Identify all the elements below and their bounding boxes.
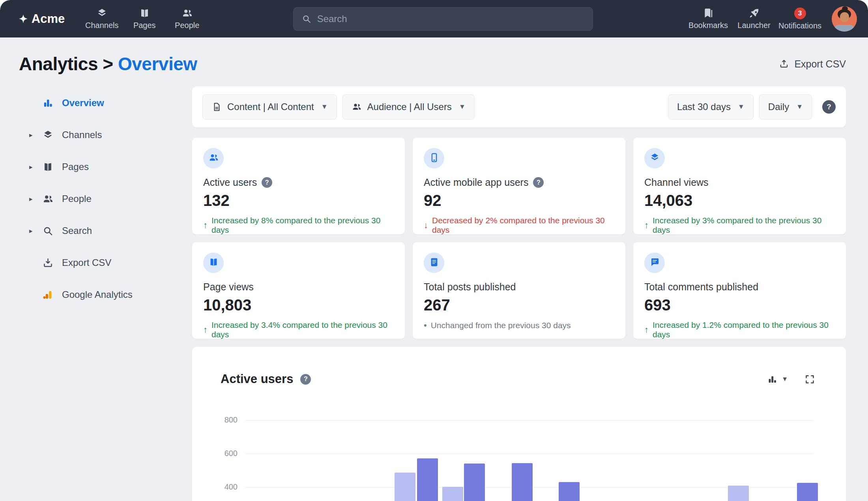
stat-card-total-comments-published: Total comments published693↑Increased by… xyxy=(633,242,846,339)
body-row: Overview▸Channels▸Pages▸People▸SearchExp… xyxy=(0,86,868,501)
sidebar-item-pages[interactable]: ▸Pages xyxy=(29,157,192,176)
chevron-down-icon: ▼ xyxy=(459,103,466,111)
export-csv-button[interactable]: Export CSV xyxy=(779,58,846,70)
stat-delta: ↑Increased by 3% compared to the previou… xyxy=(644,216,835,235)
stat-icon-circle xyxy=(644,148,665,168)
book-icon xyxy=(42,161,56,173)
stat-delta: ↓Decreased by 2% compared to the previou… xyxy=(424,216,614,235)
stat-title-row: Total posts published xyxy=(424,281,614,293)
sidebar-item-people[interactable]: ▸People xyxy=(29,189,192,208)
nav-item-launcher[interactable]: Launcher xyxy=(733,7,775,30)
nav-item-bookmarks[interactable]: Bookmarks xyxy=(687,7,730,30)
filter-bar: Content | All Content ▼ Audience | All U… xyxy=(192,86,846,127)
caret-right-icon[interactable]: ▸ xyxy=(29,163,42,171)
sidebar-item-label: Search xyxy=(62,225,92,236)
sidebar-item-label: Pages xyxy=(62,161,89,172)
post-icon xyxy=(429,257,440,269)
expand-icon xyxy=(804,374,815,385)
caret-right-icon[interactable]: ▸ xyxy=(29,195,42,203)
help-icon[interactable]: ? xyxy=(822,100,836,114)
audience-filter-label: Audience | All Users xyxy=(367,101,452,112)
nav-right-items: BookmarksLauncher3Notifications xyxy=(687,7,821,30)
sidebar-item-search[interactable]: ▸Search xyxy=(29,221,192,240)
stat-title: Active mobile app users xyxy=(424,177,528,188)
caret-right-icon[interactable]: ▸ xyxy=(29,227,42,235)
brand-name: Acme xyxy=(32,12,65,26)
bar-chart-icon xyxy=(767,374,778,385)
caret-right-icon[interactable]: ▸ xyxy=(29,131,42,139)
date-range-dropdown[interactable]: Last 30 days ▼ xyxy=(668,94,754,120)
search-box[interactable] xyxy=(293,7,593,31)
stat-delta: ↑Increased by 1.2% compared to the previ… xyxy=(644,320,835,339)
sidebar-item-google-analytics[interactable]: Google Analytics xyxy=(29,285,192,304)
bar-chart-icon xyxy=(42,97,56,109)
nav-item-people[interactable]: People xyxy=(166,7,208,30)
audience-filter-dropdown[interactable]: Audience | All Users ▼ xyxy=(342,94,475,120)
nav-item-notifications[interactable]: 3Notifications xyxy=(778,7,821,30)
stat-icon-circle xyxy=(424,252,444,273)
y-axis-tick-label: 400 xyxy=(213,482,238,492)
content-filter-dropdown[interactable]: Content | All Content ▼ xyxy=(202,94,337,120)
search-input[interactable] xyxy=(317,13,585,24)
sparkle-icon: ✦ xyxy=(19,14,28,24)
user-avatar[interactable] xyxy=(832,6,857,32)
sidebar-item-export-csv[interactable]: Export CSV xyxy=(29,253,192,272)
fullscreen-button[interactable] xyxy=(804,374,815,385)
help-icon[interactable]: ? xyxy=(533,177,544,188)
delta-up-icon: ↑ xyxy=(644,325,649,335)
nav-item-label: Channels xyxy=(85,21,119,30)
chart-bar-light[interactable] xyxy=(395,473,415,501)
page-header: Analytics > Overview Export CSV xyxy=(0,37,868,86)
breadcrumb-current: Overview xyxy=(118,54,197,74)
stat-icon-circle xyxy=(424,148,444,168)
chart-bar-dark[interactable] xyxy=(417,458,438,501)
avatar-face xyxy=(840,12,849,22)
sidebar-item-channels[interactable]: ▸Channels xyxy=(29,125,192,144)
main-content: Content | All Content ▼ Audience | All U… xyxy=(192,86,846,501)
chart-title-row: Active users ? xyxy=(221,372,311,386)
stat-card-active-users: Active users?132↑Increased by 8% compare… xyxy=(192,138,405,234)
stat-icon-circle xyxy=(644,252,665,273)
mobile-icon xyxy=(429,152,440,165)
delta-neutral-icon: • xyxy=(424,320,427,331)
stat-icon-circle xyxy=(203,252,224,273)
filter-group-right: Last 30 days ▼ Daily ▼ ? xyxy=(668,94,836,120)
nav-item-label: Pages xyxy=(133,21,156,30)
chart-type-dropdown[interactable]: ▼ xyxy=(767,374,788,385)
nav-item-label: Launcher xyxy=(737,21,770,30)
delta-up-icon: ↑ xyxy=(203,220,208,230)
chart-bar-light[interactable] xyxy=(728,486,749,501)
sidebar-item-overview[interactable]: Overview xyxy=(29,93,192,112)
chart-header: Active users ? ▼ xyxy=(221,372,817,386)
brand-logo[interactable]: ✦ Acme xyxy=(19,12,65,26)
chevron-down-icon: ▼ xyxy=(321,103,328,111)
stat-title-row: Page views xyxy=(203,281,394,293)
rocket-icon xyxy=(748,7,760,19)
sidebar-item-label: Overview xyxy=(62,97,104,108)
help-icon[interactable]: ? xyxy=(262,177,272,188)
help-icon[interactable]: ? xyxy=(300,374,311,385)
stat-title-row: Total comments published xyxy=(644,281,835,293)
book-icon xyxy=(208,257,219,269)
chart-card: Active users ? ▼ 800600400 xyxy=(192,347,846,501)
nav-item-channels[interactable]: Channels xyxy=(80,7,123,30)
chart-bar-dark[interactable] xyxy=(464,464,485,501)
chart-bar-dark[interactable] xyxy=(512,463,533,501)
gridline-800 xyxy=(245,420,814,421)
sidebar-item-label: People xyxy=(62,193,92,204)
chart-bar-light[interactable] xyxy=(442,487,463,501)
stat-delta: •Unchanged from the previous 30 days xyxy=(424,320,614,331)
book-icon xyxy=(139,7,150,19)
chevron-down-icon: ▼ xyxy=(738,103,745,111)
granularity-dropdown[interactable]: Daily ▼ xyxy=(759,94,812,120)
nav-item-label: Bookmarks xyxy=(688,21,728,30)
people-icon xyxy=(352,102,362,112)
people-icon xyxy=(42,193,56,205)
chart-bar-dark[interactable] xyxy=(797,483,818,501)
chevron-down-icon: ▼ xyxy=(796,103,803,111)
stat-value: 10,803 xyxy=(203,296,394,314)
chart-bar-dark[interactable] xyxy=(559,482,580,501)
delta-up-icon: ↑ xyxy=(203,325,208,335)
nav-item-pages[interactable]: Pages xyxy=(123,7,166,30)
search-icon xyxy=(301,14,312,24)
